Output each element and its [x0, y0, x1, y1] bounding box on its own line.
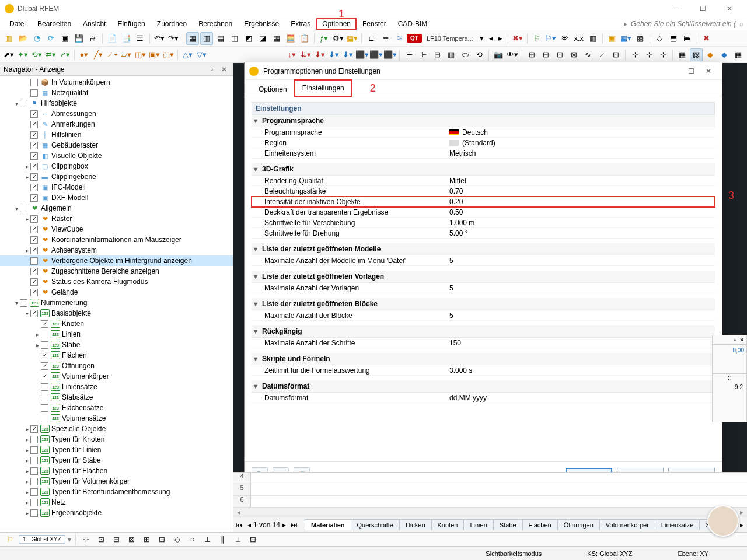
tree-item[interactable]: 123Öffnungen — [0, 360, 233, 371]
chevron-icon[interactable]: ▸ — [23, 468, 30, 474]
chevron-icon[interactable]: ▸ — [23, 174, 30, 180]
tree-item[interactable]: ▾❤Allgemein — [0, 203, 233, 214]
disp1-icon[interactable]: ▦ — [676, 48, 689, 61]
settings-group-header[interactable]: ▾Programmsprache — [252, 115, 715, 127]
settings-value[interactable]: 5 — [447, 284, 715, 292]
tree-checkbox[interactable] — [30, 89, 38, 97]
eye-icon[interactable]: 👁▾ — [506, 48, 519, 61]
settings-value[interactable]: (Standard) — [447, 139, 715, 147]
dialog-tab-settings[interactable]: Einstellungen — [294, 79, 352, 97]
grid3-icon[interactable]: ⊡ — [553, 48, 566, 61]
menu-extras[interactable]: Extras — [285, 18, 316, 30]
res4-icon[interactable]: ▥ — [445, 48, 458, 61]
tree-item[interactable]: ▸123Spezielle Objekte — [0, 424, 233, 434]
misc1-icon[interactable]: ◇ — [653, 32, 666, 45]
chevron-icon[interactable]: ▾ — [13, 300, 20, 306]
hscroll-left-icon[interactable]: ◂ — [233, 508, 244, 517]
chevron-icon[interactable]: ▸ — [23, 247, 30, 254]
filter2-icon[interactable]: ⚐▾ — [544, 32, 557, 45]
model2-icon[interactable]: ▦▾ — [620, 32, 633, 45]
tree-checkbox[interactable] — [30, 194, 38, 202]
settings-row[interactable]: Maximale Anzahl der Vorlagen5 — [252, 283, 715, 293]
tree-checkbox[interactable] — [30, 257, 38, 265]
set-icon[interactable]: ⬚▾ — [162, 48, 174, 61]
dialog-close-button[interactable]: ✕ — [700, 62, 717, 80]
grid1-icon[interactable]: ⊞ — [525, 48, 538, 61]
tree-item[interactable]: ▦Netzqualität — [0, 88, 233, 98]
tree-checkbox[interactable] — [41, 341, 48, 349]
misc2-icon[interactable]: ⬒ — [667, 32, 680, 45]
tree-item[interactable]: ▸▬Clippingebene — [0, 172, 233, 182]
sheet-next-icon[interactable]: ▸ — [280, 521, 288, 529]
new-icon[interactable]: ▥ — [2, 32, 15, 45]
mirror-icon[interactable]: ⇄▾ — [44, 48, 57, 61]
chevron-icon[interactable]: ▸ — [23, 457, 30, 464]
sheet-tab[interactable]: Volumenkörper — [599, 519, 655, 530]
redo-icon[interactable]: ↷▾ — [167, 32, 180, 45]
settings-row[interactable]: Region(Standard) — [252, 138, 715, 148]
settings-row[interactable]: EinheitensystemMetrisch — [252, 148, 715, 159]
opening-icon[interactable]: ◫▾ — [134, 48, 146, 61]
tree-checkbox[interactable] — [30, 131, 38, 139]
script-icon[interactable]: ▦▾ — [345, 32, 358, 45]
settings-row[interactable]: Zeitlimit für die Formelauswertung3.000 … — [252, 365, 715, 376]
save-icon[interactable]: 💾 — [72, 32, 85, 45]
dim3-icon[interactable]: ▥ — [587, 32, 599, 45]
scale-icon[interactable]: ⤢▾ — [58, 48, 71, 61]
report-icon[interactable]: 📋 — [298, 32, 311, 45]
search-dropdown-icon[interactable]: ⌕ — [739, 20, 743, 28]
st-btn-4[interactable]: ⊠ — [125, 533, 138, 546]
tree-checkbox[interactable] — [30, 310, 38, 317]
disp2-icon[interactable]: ▧ — [690, 48, 703, 61]
tree-item[interactable]: ▾123Basisobjekte — [0, 308, 233, 318]
dim1-icon[interactable]: 👁 — [558, 32, 571, 45]
tree-checkbox[interactable] — [20, 100, 27, 107]
view4-icon[interactable]: ◫ — [228, 32, 241, 45]
tree-checkbox[interactable] — [41, 362, 48, 370]
settings-value[interactable]: 1.000 m — [447, 219, 715, 227]
data-grid[interactable]: 456◂▸ — [233, 472, 747, 517]
load2-icon[interactable]: ⇊▾ — [299, 48, 312, 61]
settings-row[interactable]: ProgrammspracheDeutsch — [252, 127, 715, 138]
view6-icon[interactable]: ◪ — [256, 32, 269, 45]
tree-item[interactable]: ▸123Typen für Volumenkörper — [0, 476, 233, 487]
menu-datei[interactable]: Datei — [4, 18, 32, 30]
sheet-tab[interactable]: Dicken — [399, 519, 432, 530]
chevron-icon[interactable]: ▾ — [13, 100, 20, 107]
settings-value[interactable]: 5 — [447, 312, 715, 320]
load5-icon[interactable]: ⬇▾ — [341, 48, 354, 61]
grid-row[interactable]: 4 — [233, 473, 747, 484]
settings-group-header[interactable]: ▾Datumsformat — [252, 380, 715, 393]
settings-row[interactable]: Intensität der inaktiven Objekte0.20 — [252, 197, 715, 207]
load7-icon[interactable]: ⬛▾ — [369, 48, 382, 61]
chevron-icon[interactable]: ▸ — [34, 342, 41, 348]
tree-item[interactable]: ◧Visuelle Objekte — [0, 150, 233, 161]
settings-row[interactable]: Deckkraft der transparenten Ergebnisse0.… — [252, 207, 715, 218]
node-icon[interactable]: ●▾ — [78, 48, 90, 61]
pin-icon[interactable]: ✖▾ — [511, 32, 524, 45]
load4-icon[interactable]: ⬇▾ — [327, 48, 340, 61]
st-btn-7[interactable]: ◇ — [171, 533, 184, 546]
grid5-icon[interactable]: ∿ — [581, 48, 594, 61]
lf-waves-icon[interactable]: ≋ — [393, 32, 406, 45]
tree-checkbox[interactable] — [30, 478, 38, 485]
status-pin-icon[interactable]: ⚐ — [4, 533, 16, 546]
side-close-icon[interactable]: ✕ — [739, 337, 744, 343]
tree-checkbox[interactable] — [30, 121, 38, 128]
st-btn-3[interactable]: ⊟ — [110, 533, 123, 546]
chevron-icon[interactable]: ▸ — [23, 447, 30, 453]
settings-row[interactable]: Beleuchtungsstärke0.70 — [252, 186, 715, 197]
tree-checkbox[interactable] — [41, 320, 48, 328]
tree-checkbox[interactable] — [30, 425, 38, 433]
settings-group-header[interactable]: ▾Liste der zuletzt geöffneten Blöcke — [252, 298, 715, 310]
tree-item[interactable]: ▸123Typen für Betonfundamentbemessung — [0, 487, 233, 497]
res6-icon[interactable]: ⟲ — [473, 48, 486, 61]
settings-group-header[interactable]: ▾3D-Grafik — [252, 163, 715, 176]
pages-icon[interactable]: 📑 — [120, 32, 132, 45]
settings-row[interactable]: Datumsformatdd.MM.yyyy — [252, 393, 715, 403]
tree-item[interactable]: ❤Status des Kamera-Flugmodüs — [0, 276, 233, 287]
search-input[interactable] — [631, 20, 736, 28]
copy-model-icon[interactable]: ▣ — [58, 32, 71, 45]
lf-left-icon[interactable]: ◂ — [487, 32, 495, 45]
assistant-avatar[interactable] — [707, 505, 739, 537]
